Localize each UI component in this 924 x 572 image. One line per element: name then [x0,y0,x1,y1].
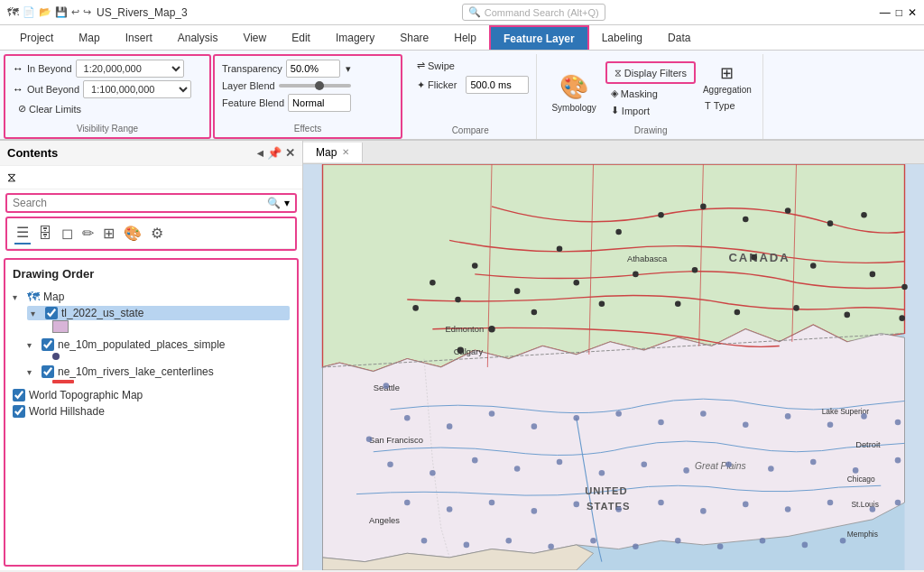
layer-checkbox-places[interactable] [42,338,54,351]
masking-button[interactable]: ◈ Masking [605,86,696,101]
layer-checkbox-topo[interactable] [13,389,25,401]
transparency-dropdown[interactable]: ▾ [344,63,353,75]
search-icon: 🔍 [267,197,281,209]
svg-point-16 [488,326,495,333]
contents-collapse-icon[interactable]: ◂ [257,146,263,160]
aggregation-button[interactable]: ⊞ Aggregation [699,61,755,97]
select-icon[interactable]: ◻ [60,223,75,244]
type-button[interactable]: T Type [699,98,755,113]
flicker-row: ✦ Flicker [411,76,529,94]
in-beyond-select[interactable]: 1:20,000,000 [76,60,184,78]
tab-view[interactable]: View [230,25,279,50]
svg-point-77 [573,502,579,508]
svg-point-35 [901,284,908,291]
command-search-placeholder: Command Search (Alt+Q) [485,7,599,18]
list-view-icon[interactable]: 🗄 [36,224,54,244]
map-tab-bar: Map ✕ [303,141,924,164]
flicker-value-input[interactable] [466,76,529,94]
svg-point-74 [447,506,453,512]
svg-point-59 [895,420,901,426]
paint-icon[interactable]: 🎨 [122,223,143,244]
tab-edit[interactable]: Edit [279,25,323,50]
redo-icon[interactable]: ↪ [83,6,91,18]
layer-checkbox-rivers[interactable] [42,365,54,378]
drawing-order-icon[interactable]: ☰ [14,222,31,244]
save-icon[interactable]: 💾 [55,6,68,18]
svg-text:CANADA: CANADA [729,251,790,264]
swipe-icon: ⇌ [417,60,425,71]
expand-state-icon[interactable]: ▾ [31,309,42,318]
out-beyond-select[interactable]: 1:100,000,000 [83,80,191,98]
swipe-label: Swipe [428,60,455,71]
symbology-label: Symbology [551,103,596,113]
tab-share[interactable]: Share [387,25,441,50]
toolbar-highlighted: ☰ 🗄 ◻ ✏ ⊞ 🎨 ⚙ [5,217,297,251]
title-bar: 🗺 📄 📂 💾 ↩ ↪ US_Rivers_Map_3 🔍 Command Se… [0,0,924,25]
svg-point-28 [514,288,521,294]
symbology-button[interactable]: 🎨 Symbology [546,61,601,125]
list-item[interactable]: ▾ tl_2022_us_state [27,306,290,320]
new-icon[interactable]: 📄 [23,6,35,18]
svg-text:Memphis: Memphis [847,530,878,539]
tab-data[interactable]: Data [655,25,703,50]
svg-point-53 [658,420,664,426]
clear-limits-button[interactable]: ⊘ Clear Limits [13,101,87,116]
edit-icon[interactable]: ✏ [80,223,96,244]
svg-point-36 [412,305,419,311]
list-item: World Topographic Map [13,387,290,403]
tools-icon[interactable]: ⚙ [149,223,165,244]
tab-labeling[interactable]: Labeling [589,25,655,50]
layer-checkbox-state[interactable] [45,307,58,319]
flicker-button[interactable]: ✦ Flicker [411,78,462,93]
search-dropdown-icon[interactable]: ▾ [284,197,290,209]
svg-point-26 [472,263,478,269]
contents-pin-icon[interactable]: 📌 [267,146,282,160]
map-canvas[interactable]: Great Plains CANADA UNITED STATES Edmont… [303,164,924,570]
ribbon-group-drawing: 🎨 Symbology ⧖ Display Filters ◈ Masking … [539,54,762,139]
layer-checkbox-hillshade[interactable] [13,405,25,418]
filter-icon[interactable]: ⧖ [7,170,16,184]
expand-places-icon[interactable]: ▾ [27,340,38,350]
tab-insert[interactable]: Insert [113,25,165,50]
expand-map-icon[interactable]: ▾ [13,292,23,302]
svg-point-65 [599,470,605,476]
svg-text:UNITED: UNITED [585,485,628,496]
svg-point-33 [810,263,817,269]
command-search[interactable]: 🔍 Command Search (Alt+Q) [462,4,605,21]
feature-blend-input[interactable] [288,94,351,112]
tab-imagery[interactable]: Imagery [323,25,387,50]
svg-point-54 [700,411,707,417]
expand-rivers-icon[interactable]: ▾ [27,367,38,377]
open-icon[interactable]: 📂 [39,6,51,18]
tab-analysis[interactable]: Analysis [165,25,231,50]
svg-point-87 [464,542,470,549]
contents-close-icon[interactable]: ✕ [285,146,295,160]
svg-point-43 [844,312,850,318]
tab-project[interactable]: Project [7,25,66,50]
swipe-button[interactable]: ⇌ Swipe [411,58,460,73]
type-label: Type [714,100,735,111]
tab-help[interactable]: Help [441,25,489,50]
drawing-order-title: Drawing Order [13,267,290,281]
import-button[interactable]: ⬇ Import [605,103,696,118]
layer-blend-slider[interactable] [279,84,351,88]
out-beyond-icon: ↔ [13,83,23,96]
tab-map[interactable]: Map [66,25,112,50]
search-input[interactable] [13,197,263,209]
svg-point-66 [641,462,647,468]
transparency-label: Transparency [222,63,282,74]
svg-point-50 [531,423,538,429]
svg-point-69 [768,466,774,472]
map-tab-close-icon[interactable]: ✕ [342,147,349,157]
display-filters-button[interactable]: ⧖ Display Filters [609,65,692,80]
undo-icon[interactable]: ↩ [71,6,79,18]
grid-icon[interactable]: ⊞ [101,223,116,244]
type-icon: T [705,100,711,111]
list-item: World Hillshade [13,403,290,420]
map-tab[interactable]: Map ✕ [303,143,363,162]
out-beyond-row: ↔ Out Beyond 1:100,000,000 [13,80,191,98]
tab-feature-layer[interactable]: Feature Layer [489,25,589,50]
contents-panel: Contents ◂ 📌 ✕ ⧖ 🔍 ▾ ☰ 🗄 ◻ [0,141,303,570]
transparency-input[interactable] [286,60,340,78]
svg-point-41 [735,309,741,316]
